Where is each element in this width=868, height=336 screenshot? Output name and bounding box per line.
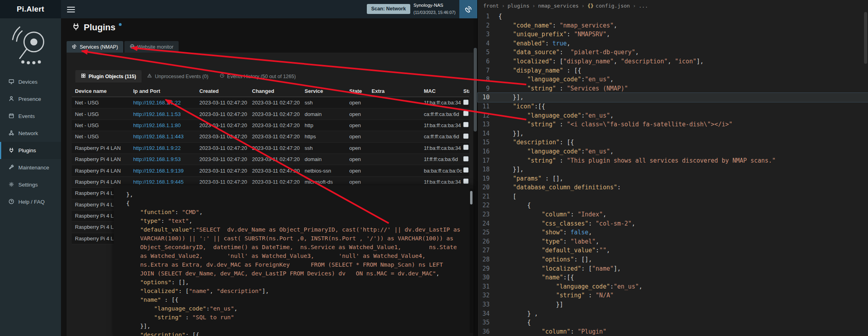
- editor-code-line[interactable]: 28 "options": [],: [478, 255, 868, 264]
- editor-code-line[interactable]: 29 "localized": ["name"],: [478, 264, 868, 273]
- status-checkbox[interactable]: [463, 145, 468, 150]
- editor-code-line[interactable]: 10 }],: [478, 93, 868, 102]
- editor-code-line[interactable]: 25 "show": false,: [478, 228, 868, 237]
- port-link[interactable]: http://192.168.1.1:443: [133, 134, 184, 140]
- table-row[interactable]: Net - USG http://192.168.1.1:443 2023-03…: [72, 131, 469, 142]
- editor-code-line[interactable]: 22 {: [478, 201, 868, 210]
- sidebar-item-presence[interactable]: Presence: [0, 90, 61, 108]
- topbar: Pi.Alert Scan: Network Synology-NAS (11/…: [0, 0, 477, 18]
- table-row[interactable]: Raspberry Pi 4 LAN http://192.168.1.9:53…: [72, 154, 469, 165]
- tab-services-nmap[interactable]: Services (NMAP): [67, 41, 123, 53]
- editor-code-line[interactable]: 13 "string" : "<i class=\"fa-solid fa-sa…: [478, 120, 868, 129]
- editor-code-line[interactable]: 5 "data_source": "pialert-db-query",: [478, 48, 868, 57]
- editor-code-area[interactable]: 1{2 "code_name": "nmap_services",3 "uniq…: [478, 12, 868, 336]
- tab-unprocessed-events[interactable]: Unprocessed Events (0): [142, 70, 214, 83]
- editor-code-line[interactable]: 26 "type": "label",: [478, 237, 868, 246]
- device-name-cell: Net - USG: [72, 100, 130, 106]
- port-link[interactable]: http://192.168.1.1:80: [133, 122, 181, 128]
- col-ip-port[interactable]: Ip and Port: [130, 88, 196, 94]
- status-checkbox[interactable]: [463, 156, 468, 161]
- status-checkbox[interactable]: [463, 134, 468, 139]
- overlay-code-line: "function": "CMD",: [119, 208, 468, 216]
- breadcrumb-item-more[interactable]: ...: [639, 3, 648, 9]
- editor-code-line[interactable]: 17 "string" : "This plugin shows all ser…: [478, 156, 868, 165]
- editor-code-line[interactable]: 16 "language_code":"en_us",: [478, 147, 868, 156]
- status-checkbox[interactable]: [463, 111, 468, 116]
- port-link[interactable]: http://192.168.1.9:139: [133, 168, 184, 174]
- table-row[interactable]: Net - USG http://192.168.1.1:53 2023-03-…: [72, 108, 469, 120]
- tab-events-history[interactable]: Events History (50 out of 1265): [214, 70, 301, 83]
- editor-code-line[interactable]: 36 "column": "Plugin": [478, 327, 868, 336]
- tab-plugin-objects[interactable]: Plugin Objects (115): [75, 70, 142, 83]
- editor-code-line[interactable]: 18 }],: [478, 165, 868, 174]
- sidebar-item-devices[interactable]: Devices: [0, 73, 61, 90]
- status-checkbox[interactable]: [463, 179, 468, 184]
- editor-code-line[interactable]: 32 "string" : "N/A": [478, 291, 868, 300]
- status-checkbox[interactable]: [463, 100, 468, 105]
- table-row[interactable]: Net - USG http://192.168.1.1:22 2023-03-…: [72, 97, 469, 108]
- status-checkbox[interactable]: [463, 167, 468, 173]
- created-cell: 2023-03-11 02:47:20: [196, 134, 249, 140]
- editor-code-line[interactable]: 4 "enabled": true,: [478, 39, 868, 48]
- tab-website-monitor[interactable]: Website monitor: [124, 41, 179, 53]
- breadcrumb-item-front[interactable]: front: [483, 3, 499, 9]
- editor-code-line[interactable]: 33 }]: [478, 300, 868, 309]
- table-row[interactable]: Net - USG http://192.168.1.1:80 2023-03-…: [72, 120, 469, 131]
- line-number: 23: [478, 210, 498, 219]
- sidebar-item-help[interactable]: Help / FAQ: [0, 193, 61, 210]
- editor-code-line[interactable]: 24 "css_classes": "col-sm-2",: [478, 219, 868, 228]
- col-mac[interactable]: MAC: [421, 88, 463, 94]
- overlay-code-line: VARCHAR(100)) || ':' || cast( SUBSTR(ns.…: [119, 234, 468, 243]
- editor-code-line[interactable]: 34 } ,: [478, 309, 868, 318]
- editor-code-line[interactable]: 9 "string" : "Services (NMAP)": [478, 84, 868, 93]
- port-link[interactable]: http://192.168.1.1:53: [133, 111, 181, 117]
- sidebar-item-events[interactable]: Events: [0, 108, 61, 125]
- overlay-scrollbar-thumb[interactable]: [470, 191, 472, 204]
- editor-scrollbar-thumb[interactable]: [864, 12, 867, 64]
- port-link[interactable]: http://192.168.1.9:445: [133, 179, 184, 185]
- editor-code-line[interactable]: 12 "language_code":"en_us",: [478, 111, 868, 120]
- col-state[interactable]: State: [346, 88, 368, 94]
- editor-code-line[interactable]: 8 "language_code":"en_us",: [478, 75, 868, 84]
- table-row[interactable]: Raspberry Pi 4 LAN http://192.168.1.9:13…: [72, 165, 469, 176]
- sidebar-item-settings[interactable]: Settings: [0, 176, 61, 193]
- editor-code-line[interactable]: 6 "localized": ["display_name", "descrip…: [478, 57, 868, 66]
- editor-code-line[interactable]: 3 "unique_prefix": "NMAPSRV",: [478, 30, 868, 39]
- scan-status-badge[interactable]: Scan: Network: [367, 4, 410, 14]
- breadcrumb-item-nmap-services[interactable]: nmap_services: [538, 3, 579, 9]
- menu-toggle-icon[interactable]: [67, 5, 76, 13]
- breadcrumb-item-plugins[interactable]: plugins: [508, 3, 529, 9]
- editor-code-line[interactable]: 19 "params" : [],: [478, 174, 868, 183]
- editor-code-line[interactable]: 2 "code_name": "nmap_services",: [478, 21, 868, 30]
- editor-code-line[interactable]: 7 "display_name" : [{: [478, 66, 868, 75]
- editor-code-line[interactable]: 20 "database_column_definitions":: [478, 183, 868, 192]
- col-status[interactable]: Stat: [463, 88, 469, 94]
- editor-code-line[interactable]: 31 "language_code":"en_us",: [478, 282, 868, 291]
- editor-code-line[interactable]: 35 {: [478, 318, 868, 327]
- editor-code-line[interactable]: 14 }],: [478, 129, 868, 138]
- col-service[interactable]: Service: [301, 88, 346, 94]
- col-device-name[interactable]: Device name: [72, 88, 130, 94]
- port-link[interactable]: http://192.168.1.1:22: [133, 100, 181, 106]
- sidebar-item-maintenance[interactable]: Maintenance: [0, 159, 61, 176]
- editor-code-line[interactable]: 23 "column": "Index",: [478, 210, 868, 219]
- status-checkbox[interactable]: [463, 122, 468, 127]
- editor-code-line[interactable]: 21 [: [478, 192, 868, 201]
- changed-cell: 2023-03-11 02:47:20: [249, 168, 301, 174]
- app-scrollbar-thumb[interactable]: [474, 48, 477, 132]
- port-link[interactable]: http://192.168.1.9:22: [133, 145, 181, 151]
- editor-code-line[interactable]: 27 "default_value":"",: [478, 246, 868, 255]
- col-created[interactable]: Created: [196, 88, 249, 94]
- port-link[interactable]: http://192.168.1.9:53: [133, 156, 181, 162]
- line-number: 17: [478, 156, 498, 165]
- editor-code-line[interactable]: 1{: [478, 12, 868, 21]
- editor-code-line[interactable]: 30 "name":[{: [478, 273, 868, 282]
- editor-code-line[interactable]: 15 "description": [{: [478, 138, 868, 147]
- sidebar-item-network[interactable]: Network: [0, 125, 61, 142]
- breadcrumb-item-config-json[interactable]: config.json: [596, 3, 630, 9]
- table-row[interactable]: Raspberry Pi 4 LAN http://192.168.1.9:22…: [72, 143, 469, 154]
- editor-code-line[interactable]: 11 "icon":[{: [478, 102, 868, 111]
- col-changed[interactable]: Changed: [249, 88, 301, 94]
- sidebar-item-plugins[interactable]: Plugins: [0, 142, 61, 159]
- col-extra[interactable]: Extra: [368, 88, 421, 94]
